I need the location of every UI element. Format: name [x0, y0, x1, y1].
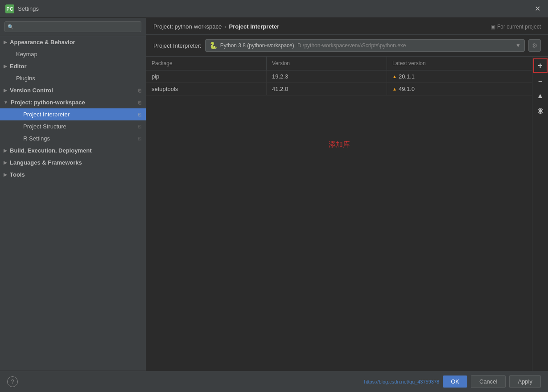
sidebar-item-label: Project Interpreter — [23, 111, 70, 118]
table-row[interactable]: pip 19.2.3 ▲ 20.1.1 — [146, 70, 532, 83]
copy-icon: ⎘ — [138, 124, 141, 129]
packages-table: Package Version Latest version pip — [146, 57, 532, 371]
plus-icon: + — [538, 61, 543, 70]
package-latest: ▲ 20.1.1 — [387, 70, 532, 83]
python-icon: 🐍 — [209, 41, 218, 50]
table-row[interactable]: setuptools 41.2.0 ▲ 49.1.0 — [146, 83, 532, 95]
sidebar-item-editor[interactable]: ▶ Editor — [0, 60, 146, 72]
upgrade-package-button[interactable]: ▲ — [534, 90, 547, 102]
sidebar-item-build[interactable]: ▶ Build, Execution, Deployment — [0, 144, 146, 157]
copy-icon: ⎘ — [138, 100, 141, 105]
close-button[interactable]: ✕ — [532, 4, 543, 14]
apply-button[interactable]: Apply — [509, 375, 541, 388]
up-icon: ▲ — [537, 92, 544, 100]
copy-icon: ⎘ — [138, 112, 141, 117]
interpreter-name: Python 3.8 (python-workspace) D:\python-… — [220, 42, 513, 49]
interpreter-select[interactable]: 🐍 Python 3.8 (python-workspace) D:\pytho… — [205, 39, 525, 52]
search-icon: 🔍 — [8, 24, 14, 30]
for-current-label: For current project — [497, 24, 541, 30]
sidebar-item-keymap[interactable]: Keymap — [0, 48, 146, 60]
add-package-button[interactable]: + — [533, 58, 548, 73]
remove-package-button[interactable]: − — [534, 75, 547, 88]
packages-area: Package Version Latest version pip — [146, 57, 548, 371]
breadcrumb-separator: › — [224, 23, 226, 30]
ok-button[interactable]: OK — [443, 375, 467, 388]
sidebar-item-plugins[interactable]: Plugins — [0, 72, 146, 84]
col-latest: Latest version — [387, 57, 532, 70]
table-header: Package Version Latest version — [146, 57, 532, 70]
expand-arrow: ▶ — [4, 172, 7, 177]
interpreter-label: Project Interpreter: — [153, 42, 202, 49]
window-title: Settings — [18, 5, 39, 12]
package-name: pip — [146, 70, 267, 83]
sidebar-item-appearance[interactable]: ▶ Appearance & Behavior — [0, 36, 146, 48]
add-library-hint: 添加库 — [146, 140, 532, 149]
package-action-buttons: + − ▲ ◉ — [532, 57, 548, 371]
expand-arrow: ▶ — [4, 64, 7, 69]
help-button[interactable]: ? — [7, 376, 18, 387]
col-version: Version — [267, 57, 387, 70]
sidebar-item-label: Project: python-workspace — [11, 99, 85, 106]
expand-arrow: ▶ — [4, 40, 7, 45]
for-current-project: ▣ For current project — [490, 24, 541, 30]
interpreter-row: Project Interpreter: 🐍 Python 3.8 (pytho… — [146, 35, 548, 57]
search-wrapper: 🔍 — [4, 21, 141, 32]
breadcrumb: Project: python-workspace › Project Inte… — [146, 18, 548, 35]
sidebar-item-label: Plugins — [16, 75, 35, 82]
copy-icon: ⎘ — [138, 88, 141, 93]
sidebar-item-label: Editor — [10, 63, 27, 70]
right-panel: Project: python-workspace › Project Inte… — [146, 18, 548, 371]
search-input[interactable] — [4, 21, 141, 32]
sidebar-item-languages[interactable]: ▶ Languages & Frameworks — [0, 157, 146, 169]
breadcrumb-project: Project: python-workspace — [153, 23, 222, 30]
eye-icon: ◉ — [537, 106, 544, 115]
package-latest: ▲ 49.1.0 — [387, 83, 532, 95]
breadcrumb-current: Project Interpreter — [229, 23, 280, 30]
question-mark-icon: ? — [11, 378, 14, 385]
sidebar-item-label: Project Structure — [23, 123, 66, 130]
app-icon: PC — [5, 4, 14, 13]
monitor-icon: ▣ — [490, 24, 495, 30]
update-arrow-icon: ▲ — [392, 74, 397, 79]
sidebar-item-label: Build, Execution, Deployment — [10, 147, 91, 154]
expand-arrow: ▶ — [4, 160, 7, 165]
expand-arrow: ▶ — [4, 148, 7, 153]
sidebar-item-label: Appearance & Behavior — [10, 39, 75, 45]
cancel-button[interactable]: Cancel — [471, 375, 506, 388]
sidebar-item-project[interactable]: ▼ Project: python-workspace ⎘ — [0, 96, 146, 108]
title-bar: PC Settings ✕ — [0, 0, 548, 18]
sidebar-item-label: Keymap — [16, 51, 37, 58]
gear-icon: ⚙ — [532, 42, 538, 49]
update-arrow-icon: ▲ — [392, 87, 397, 91]
sidebar-item-label: R Settings — [23, 135, 50, 142]
sidebar-item-version-control[interactable]: ▶ Version Control ⎘ — [0, 84, 146, 96]
sidebar: 🔍 ▶ Appearance & Behavior Keymap ▶ Edito… — [0, 18, 146, 371]
gear-button[interactable]: ⚙ — [528, 39, 541, 52]
dropdown-arrow-icon: ▼ — [515, 42, 521, 49]
sidebar-item-tools[interactable]: ▶ Tools — [0, 169, 146, 181]
expand-arrow: ▼ — [4, 100, 8, 105]
col-package: Package — [146, 57, 267, 70]
package-version: 41.2.0 — [267, 83, 387, 95]
package-name: setuptools — [146, 83, 267, 95]
copy-icon: ⎘ — [138, 136, 141, 141]
sidebar-item-label: Tools — [10, 171, 25, 178]
sidebar-item-label: Version Control — [10, 87, 53, 94]
package-version: 19.2.3 — [267, 70, 387, 83]
main-content: 🔍 ▶ Appearance & Behavior Keymap ▶ Edito… — [0, 18, 548, 371]
sidebar-item-label: Languages & Frameworks — [10, 159, 82, 166]
show-paths-button[interactable]: ◉ — [534, 104, 547, 116]
sidebar-item-project-interpreter[interactable]: Project Interpreter ⎘ — [0, 108, 146, 120]
sidebar-item-project-structure[interactable]: Project Structure ⎘ — [0, 120, 146, 132]
bottom-bar: ? https://blog.csdn.net/qq_43759378 OK C… — [0, 371, 548, 392]
minus-icon: − — [538, 78, 542, 86]
csdn-link[interactable]: https://blog.csdn.net/qq_43759378 — [364, 379, 439, 384]
bottom-right: https://blog.csdn.net/qq_43759378 OK Can… — [364, 375, 541, 388]
expand-arrow: ▶ — [4, 88, 7, 93]
sidebar-item-r-settings[interactable]: R Settings ⎘ — [0, 132, 146, 144]
settings-window: PC Settings ✕ 🔍 ▶ Appearance & Behavior … — [0, 0, 548, 392]
search-bar: 🔍 — [0, 18, 146, 36]
